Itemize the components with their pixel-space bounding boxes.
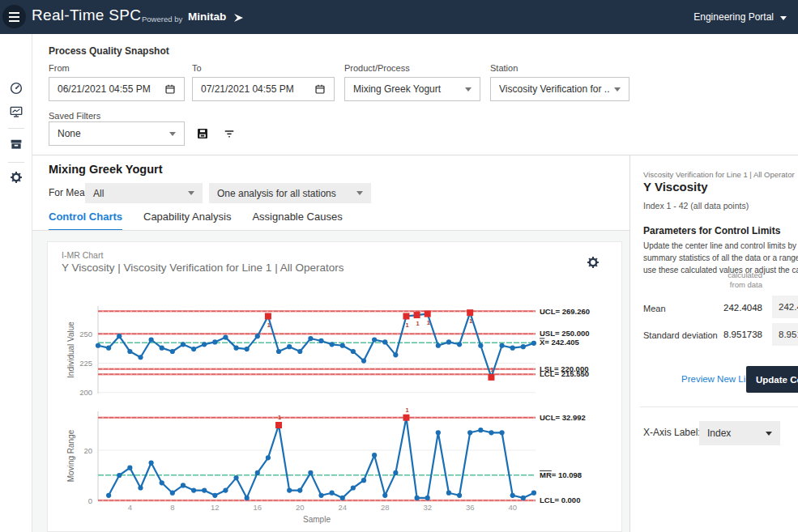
data-point[interactable]	[499, 430, 504, 435]
data-point[interactable]	[351, 485, 356, 490]
data-point[interactable]	[340, 343, 345, 348]
data-point[interactable]	[149, 337, 154, 342]
data-point[interactable]	[457, 493, 462, 498]
data-point[interactable]	[106, 493, 111, 498]
data-point[interactable]	[425, 496, 430, 500]
flagged-point[interactable]	[275, 422, 282, 428]
data-point[interactable]	[202, 342, 207, 347]
data-point[interactable]	[212, 493, 217, 498]
data-point[interactable]	[531, 491, 536, 496]
data-point[interactable]	[382, 339, 387, 344]
storage-box-icon[interactable]	[9, 137, 23, 151]
data-point[interactable]	[297, 349, 302, 354]
data-point[interactable]	[361, 478, 366, 483]
to-date-input[interactable]: 07/21/2021 04:55 PM	[192, 77, 335, 101]
data-point[interactable]	[318, 493, 323, 498]
data-point[interactable]	[351, 349, 356, 354]
data-point[interactable]	[382, 493, 387, 498]
data-point[interactable]	[266, 455, 271, 460]
data-point[interactable]	[499, 343, 504, 348]
data-point[interactable]	[245, 496, 250, 500]
flagged-point[interactable]	[425, 311, 431, 317]
data-point[interactable]	[255, 470, 260, 475]
chart-settings-gear-icon[interactable]	[586, 255, 600, 270]
data-point[interactable]	[170, 349, 175, 354]
data-point[interactable]	[510, 346, 515, 351]
data-point[interactable]	[170, 491, 175, 496]
data-point[interactable]	[276, 349, 281, 354]
flagged-point[interactable]	[403, 313, 409, 320]
data-point[interactable]	[127, 349, 132, 354]
data-point[interactable]	[202, 488, 207, 493]
data-point[interactable]	[191, 347, 196, 351]
dashboard-gauge-icon[interactable]	[9, 81, 23, 96]
data-point[interactable]	[181, 483, 186, 487]
data-point[interactable]	[245, 347, 250, 351]
data-point[interactable]	[138, 485, 143, 490]
data-point[interactable]	[160, 346, 164, 351]
data-point[interactable]	[308, 470, 313, 475]
data-point[interactable]	[106, 346, 111, 351]
from-date-input[interactable]: 06/21/2021 04:55 PM	[49, 77, 185, 101]
data-point[interactable]	[96, 343, 100, 348]
data-point[interactable]	[212, 339, 217, 344]
data-point[interactable]	[127, 466, 132, 470]
data-point[interactable]	[138, 355, 143, 360]
update-control-limits-button[interactable]: Update Control Limits	[746, 366, 798, 393]
data-point[interactable]	[117, 334, 122, 338]
stdev-input[interactable]	[772, 323, 798, 346]
data-point[interactable]	[489, 430, 493, 435]
data-point[interactable]	[457, 342, 462, 347]
data-point[interactable]	[415, 496, 420, 500]
data-point[interactable]	[223, 488, 228, 493]
tab-capability-analysis[interactable]: Capability Analysis	[143, 211, 231, 232]
settings-gear-icon[interactable]	[9, 170, 23, 185]
tab-control-charts[interactable]: Control Charts	[49, 211, 122, 232]
data-point[interactable]	[478, 428, 483, 432]
data-point[interactable]	[287, 344, 292, 349]
tab-assignable-causes[interactable]: Assignable Causes	[252, 211, 342, 232]
mean-input[interactable]	[772, 296, 798, 318]
save-icon[interactable]	[195, 126, 210, 141]
data-point[interactable]	[372, 337, 377, 342]
data-point[interactable]	[436, 343, 441, 348]
analysis-mode-select[interactable]: One analysis for all stations	[209, 183, 371, 203]
measure-select[interactable]: All	[85, 183, 203, 203]
flagged-point[interactable]	[403, 415, 409, 421]
filter-icon[interactable]	[222, 126, 237, 141]
data-point[interactable]	[446, 339, 451, 344]
data-point[interactable]	[233, 346, 238, 351]
calendar-icon[interactable]	[164, 83, 176, 95]
flagged-point[interactable]	[488, 374, 494, 381]
portal-selector[interactable]: Engineering Portal	[693, 11, 774, 23]
calendar-icon[interactable]	[314, 83, 326, 95]
flagged-point[interactable]	[414, 312, 420, 318]
hamburger-menu-icon[interactable]	[2, 5, 26, 28]
chart-monitor-icon[interactable]	[9, 104, 23, 119]
flagged-point[interactable]	[265, 313, 271, 320]
data-point[interactable]	[233, 475, 238, 480]
data-point[interactable]	[521, 344, 526, 349]
data-point[interactable]	[393, 470, 398, 475]
data-point[interactable]	[255, 334, 260, 338]
data-point[interactable]	[372, 453, 377, 458]
data-point[interactable]	[117, 473, 122, 478]
data-point[interactable]	[330, 342, 335, 347]
data-point[interactable]	[521, 496, 526, 500]
data-point[interactable]	[191, 488, 196, 493]
data-point[interactable]	[436, 430, 441, 435]
data-point[interactable]	[149, 460, 154, 465]
data-point[interactable]	[393, 352, 398, 357]
data-point[interactable]	[361, 359, 366, 364]
data-point[interactable]	[160, 480, 164, 485]
data-point[interactable]	[287, 488, 292, 493]
data-point[interactable]	[446, 491, 451, 496]
data-point[interactable]	[330, 491, 335, 496]
data-point[interactable]	[223, 335, 228, 340]
station-select[interactable]: Viscosity Verification for ...	[490, 77, 629, 101]
data-point[interactable]	[510, 493, 515, 498]
x-axis-label-select[interactable]: Index	[699, 421, 780, 445]
data-point[interactable]	[318, 338, 323, 343]
flagged-point[interactable]	[467, 309, 473, 316]
data-point[interactable]	[181, 342, 186, 347]
